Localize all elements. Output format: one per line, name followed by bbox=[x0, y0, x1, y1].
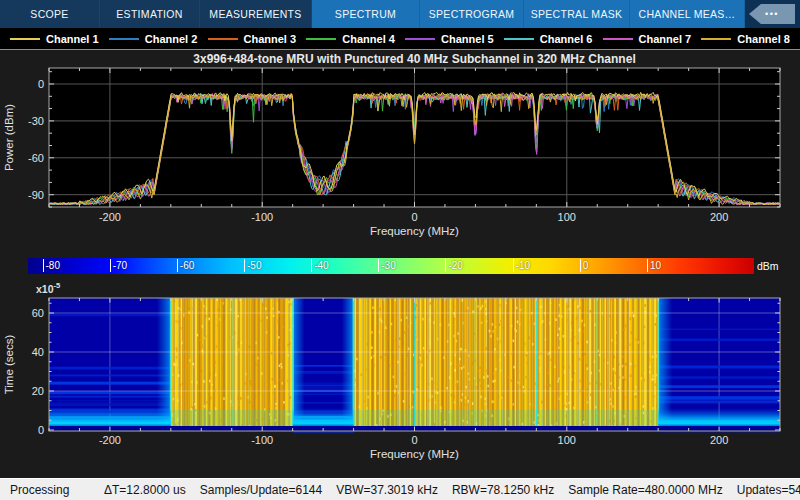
status-field: Sample Rate=480.0000 MHz bbox=[568, 483, 722, 497]
legend-item-channel-4[interactable]: Channel 4 bbox=[306, 33, 395, 45]
tab-spectral-mask[interactable]: SPECTRAL MASK bbox=[524, 0, 630, 28]
tab-estimation[interactable]: ESTIMATION bbox=[100, 0, 200, 28]
colorbar-tick-label: -40 bbox=[311, 259, 328, 272]
legend-line-swatch bbox=[306, 38, 336, 40]
status-field: Updates=54 bbox=[737, 483, 800, 497]
spectrogram-ytick-label: 40 bbox=[32, 346, 44, 358]
legend-line-swatch bbox=[603, 38, 633, 40]
spectrogram-ytick-label: 20 bbox=[32, 385, 44, 397]
tab-scope[interactable]: SCOPE bbox=[0, 0, 100, 28]
statusbar-fields: ΔT=12.8000 usSamples/Update=6144VBW=37.3… bbox=[104, 483, 800, 497]
spectrogram-xtick-label: -100 bbox=[251, 434, 273, 446]
status-field: Samples/Update=6144 bbox=[200, 483, 322, 497]
colorbar-tick-label: -60 bbox=[177, 259, 194, 272]
colorbar-tick-label: -10 bbox=[513, 259, 530, 272]
spectrogram-xtick-label: -200 bbox=[99, 434, 121, 446]
startup-transient-band bbox=[658, 408, 780, 426]
status-bar: Processing ΔT=12.8000 usSamples/Update=6… bbox=[0, 478, 800, 500]
colorbar-tick-label: 10 bbox=[647, 259, 661, 272]
legend-item-channel-1[interactable]: Channel 1 bbox=[10, 33, 99, 45]
legend-line-swatch bbox=[405, 38, 435, 40]
toolstrip-corner: ••• bbox=[745, 0, 800, 28]
spectrogram-ytick-label: 0 bbox=[38, 424, 44, 436]
legend-line-swatch bbox=[208, 38, 238, 40]
spectrum-ytick-label: 0 bbox=[38, 78, 44, 90]
spectrum-xtick-label: -200 bbox=[99, 211, 121, 223]
legend-line-swatch bbox=[109, 38, 139, 40]
colorbar-tick-label: -30 bbox=[378, 259, 395, 272]
legend-item-channel-7[interactable]: Channel 7 bbox=[603, 33, 692, 45]
legend-label: Channel 6 bbox=[540, 33, 593, 45]
spectrogram-colorbar[interactable]: -80-70-60-50-40-30-20-10010 bbox=[28, 258, 754, 274]
spectrum-xtick-label: -100 bbox=[251, 211, 273, 223]
legend-item-channel-3[interactable]: Channel 3 bbox=[208, 33, 297, 45]
legend-label: Channel 2 bbox=[145, 33, 198, 45]
spectrum-xtick-label: 200 bbox=[710, 211, 728, 223]
legend-label: Channel 7 bbox=[639, 33, 692, 45]
legend-line-swatch bbox=[10, 38, 40, 40]
spectrogram-xtick-label: 200 bbox=[710, 434, 728, 446]
tab-channel-meas[interactable]: CHANNEL MEAS… bbox=[630, 0, 745, 28]
colorbar-tick-label: -80 bbox=[43, 259, 60, 272]
spectrogram-plot: 0204060-200-1000100200Frequency (MHz)Tim… bbox=[0, 280, 800, 478]
tab-spectrum[interactable]: SPECTRUM bbox=[312, 0, 420, 28]
colorbar-tick-label: -70 bbox=[110, 259, 127, 272]
spectrum-title: 3x996+484-tone MRU with Punctured 40 MHz… bbox=[193, 52, 635, 66]
legend-item-channel-2[interactable]: Channel 2 bbox=[109, 33, 198, 45]
spectrum-ylabel: Power (dBm) bbox=[3, 104, 15, 171]
spectrogram-xtick-label: 100 bbox=[558, 434, 576, 446]
spectrum-xtick-label: 100 bbox=[558, 211, 576, 223]
startup-transient-band bbox=[49, 408, 171, 426]
spectrum-ytick-label: -60 bbox=[28, 152, 44, 164]
legend-line-swatch bbox=[701, 38, 731, 40]
toolstrip: SCOPEESTIMATIONMEASUREMENTSSPECTRUMSPECT… bbox=[0, 0, 800, 28]
legend-label: Channel 1 bbox=[46, 33, 99, 45]
startup-transient-band bbox=[293, 408, 354, 426]
spectrogram-xtick-label: 0 bbox=[411, 434, 417, 446]
tab-measurements[interactable]: MEASUREMENTS bbox=[200, 0, 312, 28]
legend-label: Channel 8 bbox=[737, 33, 790, 45]
spectrogram-ylabel: Time (secs) bbox=[3, 335, 15, 395]
more-options-button[interactable]: ••• bbox=[749, 4, 795, 24]
spectrum-ytick-label: -90 bbox=[28, 189, 44, 201]
status-field: VBW=37.3019 kHz bbox=[336, 483, 438, 497]
channel-legend: Channel 1Channel 2Channel 3Channel 4Chan… bbox=[0, 28, 800, 50]
spectrogram-xlabel: Frequency (MHz) bbox=[370, 448, 459, 460]
colorbar-tick-label: 0 bbox=[580, 259, 589, 272]
spectrum-xtick-label: 0 bbox=[411, 211, 417, 223]
colorbar-unit-label: dBm bbox=[757, 260, 779, 272]
spectrum-analyzer-window: SCOPEESTIMATIONMEASUREMENTSSPECTRUMSPECT… bbox=[0, 0, 800, 500]
legend-item-channel-6[interactable]: Channel 6 bbox=[504, 33, 593, 45]
legend-line-swatch bbox=[504, 38, 534, 40]
status-state: Processing bbox=[10, 483, 104, 497]
legend-label: Channel 5 bbox=[441, 33, 494, 45]
spectrum-xlabel: Frequency (MHz) bbox=[370, 225, 459, 237]
status-field: ΔT=12.8000 us bbox=[104, 483, 186, 497]
colorbar-tick-label: -20 bbox=[445, 259, 462, 272]
legend-item-channel-5[interactable]: Channel 5 bbox=[405, 33, 494, 45]
legend-item-channel-8[interactable]: Channel 8 bbox=[701, 33, 790, 45]
legend-label: Channel 3 bbox=[244, 33, 297, 45]
spectrogram-y-multiplier: x10-5 bbox=[36, 281, 60, 295]
spectrum-ytick-label: -30 bbox=[28, 115, 44, 127]
spectrum-plot: 3x996+484-tone MRU with Punctured 40 MHz… bbox=[0, 50, 800, 258]
legend-label: Channel 4 bbox=[342, 33, 395, 45]
tab-spectrogram[interactable]: SPECTROGRAM bbox=[420, 0, 524, 28]
status-field: RBW=78.1250 kHz bbox=[452, 483, 554, 497]
colorbar-tick-label: -50 bbox=[244, 259, 261, 272]
spectrogram-ytick-label: 60 bbox=[32, 307, 44, 319]
